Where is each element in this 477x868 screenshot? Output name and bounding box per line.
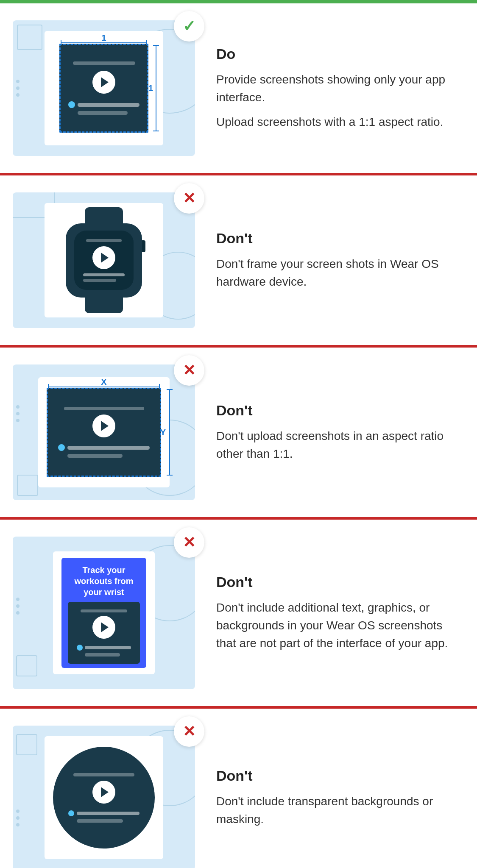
dont-3-text-area: Don't Don't include additional text, gra… bbox=[212, 574, 464, 652]
white-card-2 bbox=[45, 203, 163, 317]
dont-badge-3: ✕ bbox=[174, 527, 204, 558]
illustration-dont-2: X Y bbox=[13, 364, 195, 500]
watch-illus bbox=[45, 203, 163, 317]
watch-play-icon bbox=[92, 246, 115, 269]
dont-badge-2: ✕ bbox=[174, 355, 204, 386]
section-dont-4: ✕ Don't Don't include transparent backgr… bbox=[0, 709, 477, 868]
dont-4-label: Don't bbox=[216, 768, 464, 784]
dont-3-label: Don't bbox=[216, 574, 464, 590]
do-label: Do bbox=[216, 46, 464, 62]
wrong-ratio-border: X Y bbox=[47, 388, 161, 477]
white-card-3: X Y bbox=[38, 377, 170, 487]
illustration-do: 1 1 bbox=[13, 20, 195, 156]
dont-3-desc: Don't include additional text, graphics,… bbox=[216, 599, 464, 652]
do-desc-1: Provide screenshots showing only your ap… bbox=[216, 71, 464, 106]
dont-badge-symbol-1: ✕ bbox=[183, 189, 195, 207]
dont-4-text-area: Don't Don't include transparent backgrou… bbox=[212, 768, 464, 828]
dont-2-text-area: Don't Don't upload screenshots in an asp… bbox=[212, 402, 464, 463]
x-measure: X bbox=[48, 377, 160, 387]
dont-2-desc: Don't upload screenshots in an aspect ra… bbox=[216, 427, 464, 463]
dont-badge-symbol-3: ✕ bbox=[183, 534, 195, 551]
dont-badge-4: ✕ bbox=[174, 716, 204, 747]
phone-wrong-ratio: X Y bbox=[47, 388, 161, 477]
dont-3-desc-1: Don't include additional text, graphics,… bbox=[216, 599, 464, 652]
section-do: 1 1 bbox=[0, 3, 477, 175]
watch-screen bbox=[74, 231, 134, 290]
dont-1-text-area: Don't Don't frame your screen shots in W… bbox=[212, 230, 464, 291]
white-card-5 bbox=[45, 736, 163, 859]
dont-badge-symbol-4: ✕ bbox=[183, 723, 195, 740]
top-bar bbox=[0, 0, 477, 3]
section-dont-2: X Y bbox=[0, 348, 477, 520]
dont-2-label: Don't bbox=[216, 402, 464, 419]
badge-symbol: ✓ bbox=[183, 17, 195, 35]
dont-4-desc-1: Don't include transparent backgrounds or… bbox=[216, 793, 464, 828]
dont-2-desc-1: Don't upload screenshots in an aspect ra… bbox=[216, 427, 464, 463]
do-badge: ✓ bbox=[174, 11, 204, 42]
do-text-area: Do Provide screenshots showing only your… bbox=[212, 46, 464, 131]
promo-play-icon bbox=[92, 616, 115, 639]
white-card-1: 1 1 bbox=[45, 31, 163, 145]
watch-body bbox=[66, 223, 142, 298]
dont-badge-1: ✕ bbox=[174, 183, 204, 214]
do-desc-2: Upload screenshots with a 1:1 aspect rat… bbox=[216, 113, 464, 131]
illustration-dont-1: ✕ bbox=[13, 192, 195, 328]
dont-1-label: Don't bbox=[216, 230, 464, 247]
phone-with-measure: 1 1 bbox=[59, 44, 148, 133]
circle-crop bbox=[53, 747, 155, 849]
promo-screen: Track your workouts from your wrist bbox=[61, 558, 146, 668]
dont-4-desc: Don't include transparent backgrounds or… bbox=[216, 793, 464, 828]
do-desc: Provide screenshots showing only your ap… bbox=[216, 71, 464, 131]
dont-1-desc-1: Don't frame your screen shots in Wear OS… bbox=[216, 255, 464, 291]
white-card-4: Track your workouts from your wrist bbox=[53, 551, 155, 674]
dashed-border: 1 1 bbox=[59, 44, 148, 133]
illustration-dont-3: Track your workouts from your wrist bbox=[13, 537, 195, 689]
measure-top: 1 bbox=[61, 33, 147, 43]
circle-play-icon bbox=[92, 781, 115, 804]
dont-badge-symbol-2: ✕ bbox=[183, 362, 195, 379]
section-dont-3: Track your workouts from your wrist bbox=[0, 520, 477, 709]
dont-1-desc: Don't frame your screen shots in Wear OS… bbox=[216, 255, 464, 291]
promo-inner-screen bbox=[68, 602, 140, 664]
illustration-dont-4: ✕ bbox=[13, 726, 195, 868]
promo-text-label: Track your workouts from your wrist bbox=[67, 565, 141, 598]
section-dont-1: ✕ Don't Don't frame your screen shots in… bbox=[0, 175, 477, 348]
